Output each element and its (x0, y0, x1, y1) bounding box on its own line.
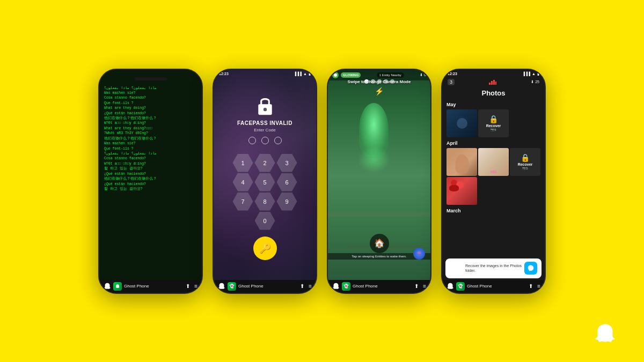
may-photo-grid: 🔒 Recover 📷5 (447, 109, 540, 137)
download-count3: 0 (424, 73, 426, 77)
phone4-bottombar: 👻 Ghost Phone ⬆ ≡ (442, 280, 545, 293)
may-recover-thumb[interactable]: 🔒 Recover 📷5 (478, 109, 509, 137)
code-dots (248, 137, 282, 144)
snapchat-logo (593, 322, 617, 349)
entity-orb[interactable]: 👾 (413, 248, 425, 260)
share-icon1[interactable]: ⬆ (186, 283, 190, 289)
room-shelf (328, 212, 430, 217)
key-button[interactable]: 🔑 (253, 237, 277, 260)
ghost-icon1 (115, 284, 120, 289)
banner-separator (463, 263, 463, 274)
phone1-snap-icon: Ghost Phone (104, 282, 149, 291)
hex-btn-3[interactable]: 3 (277, 154, 297, 172)
glowing-badge: GLOWING (341, 72, 361, 78)
fruit-photo-sim (447, 177, 477, 205)
phone3-snap-area: 👻 Ghost Phone (332, 282, 378, 291)
phone3-ar: GLOWING 1 Entity Nearby ⬇ 0 (327, 69, 431, 294)
menu-icon4[interactable]: ≡ (537, 283, 540, 289)
glow-dot (332, 72, 339, 78)
menu-icon2[interactable]: ≡ (309, 283, 312, 289)
code-dot-3 (274, 137, 282, 144)
hex-row1: 1 2 3 (233, 154, 297, 172)
notch1 (103, 73, 199, 85)
download-icon3: ⬇ (420, 73, 423, 77)
hex-btn-8[interactable]: 8 (255, 193, 275, 211)
recover-text-may: Recover (486, 124, 501, 128)
camera-mode-text: Swipe to change Camera Mode (328, 79, 430, 84)
recover-text-april: Recover (518, 162, 533, 166)
phone1-bottom-icons[interactable]: ⬆ ≡ (186, 283, 197, 289)
ghost-phone-label2: Ghost Phone (238, 284, 264, 289)
april-photo-person[interactable] (447, 148, 477, 176)
recovery-action-icon[interactable] (524, 262, 537, 275)
share-icon3[interactable]: ⬆ (414, 283, 419, 289)
snapchat-icon4 (447, 283, 454, 290)
recover-lock-icon-april: 🔒 (521, 153, 530, 162)
phone2-screen: 12:23 ▐▐▐ ▲ ▮ FACEPAS (214, 70, 316, 280)
house-button[interactable]: 🏠 (370, 234, 389, 253)
ghost-phone-label1: Ghost Phone (124, 284, 149, 289)
photos-scroll[interactable]: May 🔒 Recover 📷5 (442, 100, 545, 257)
recover-count-april: 📷5 (522, 166, 528, 170)
svg-rect-4 (489, 83, 491, 85)
recover-count-may: 📷5 (491, 128, 496, 131)
phone3-screen: GLOWING 1 Entity Nearby ⬇ 0 (328, 70, 430, 280)
photos-title-area: Photos (442, 87, 545, 100)
hex-btn-1[interactable]: 1 (233, 154, 253, 172)
facepass-screen: 12:23 ▐▐▐ ▲ ▮ FACEPAS (214, 70, 316, 280)
download-icon4: ⬇ (531, 80, 534, 84)
phone3-bottom-icons[interactable]: ⬆ ≡ (414, 283, 426, 289)
april-photo-grid: Hiii 🔒 Recover 📷5 (447, 148, 540, 205)
lock-icon (254, 94, 276, 116)
status-left3: GLOWING (332, 72, 361, 78)
phone4-statusbar: 12:23 ▐▐▐ ▲ ▮ (442, 70, 545, 77)
status-icons4: ▐▐▐ ▲ ▮ (522, 72, 539, 76)
hex-btn-0[interactable]: 0 (255, 212, 275, 230)
share-icon4[interactable]: ⬆ (529, 283, 533, 289)
svg-point-3 (263, 108, 266, 111)
facepass-title: FACEPASS INVALID (237, 120, 292, 126)
ghost-figure (353, 103, 396, 178)
back-nav-icon[interactable]: ◀ (450, 261, 460, 276)
hex-btn-2[interactable]: 2 (255, 154, 275, 172)
svg-rect-5 (491, 81, 493, 85)
menu-icon3[interactable]: ≡ (423, 283, 426, 289)
hex-btn-7[interactable]: 7 (233, 193, 253, 211)
chart-icon (489, 79, 496, 85)
march-label: March (447, 208, 540, 213)
code-dot-1 (248, 137, 256, 144)
matrix-text: ماذا يفعلون؟ ماذا يفعلون؟ Was machen sie… (103, 85, 199, 193)
snapchat-icon1 (104, 283, 111, 290)
phone3-bottombar: 👻 Ghost Phone ⬆ ≡ (328, 280, 430, 293)
snap-ghost-svg (593, 322, 617, 346)
snapchat-icon3 (332, 283, 340, 290)
phone1-bottombar: Ghost Phone ⬆ ≡ (99, 280, 202, 293)
april-recover-thumb[interactable]: 🔒 Recover 📷5 (510, 148, 540, 176)
banner-content: ◀ Recover the images in the Photos folde… (450, 261, 524, 276)
phone2-facepass: 12:23 ▐▐▐ ▲ ▮ FACEPAS (213, 69, 317, 294)
may-section: May 🔒 Recover 📷5 (442, 100, 545, 138)
code-dot-2 (261, 137, 269, 144)
wifi-icon4: ▲ (532, 72, 536, 76)
recovery-banner[interactable]: ◀ Recover the images in the Photos folde… (445, 258, 541, 278)
may-photo-1[interactable] (447, 109, 477, 137)
recovery-banner-text: Recover the images in the Photos folder. (465, 263, 522, 273)
hex-keypad[interactable]: 1 2 3 4 5 6 7 8 9 (233, 154, 297, 230)
download-indicator: ⬇ 0 (420, 73, 426, 77)
phone2-bottom-icons[interactable]: ⬆ ≡ (300, 283, 312, 289)
matrix-screen: ماذا يفعلون؟ ماذا يفعلون؟ Was machen sie… (99, 70, 202, 280)
phone2-bottombar: 👻 Ghost Phone ⬆ ≡ (214, 280, 316, 293)
hex-btn-5[interactable]: 5 (255, 173, 275, 191)
phone1-screen: ماذا يفعلون؟ ماذا يفعلون؟ Was machen sie… (99, 70, 202, 280)
hex-btn-6[interactable]: 6 (277, 173, 297, 191)
menu-icon1[interactable]: ≡ (194, 283, 197, 289)
phone4-bottom-icons[interactable]: ⬆ ≡ (529, 283, 540, 289)
energy-symbol: ⚡ (375, 87, 384, 95)
hex-btn-9[interactable]: 9 (277, 193, 297, 211)
counter-left: 3 (448, 79, 455, 85)
ghost-phone-icon2: 👻 (228, 282, 236, 291)
hex-btn-4[interactable]: 4 (233, 173, 253, 191)
april-photo-fruit[interactable] (447, 177, 477, 205)
april-photo-group[interactable]: Hiii (478, 148, 509, 176)
share-icon2[interactable]: ⬆ (300, 283, 304, 289)
